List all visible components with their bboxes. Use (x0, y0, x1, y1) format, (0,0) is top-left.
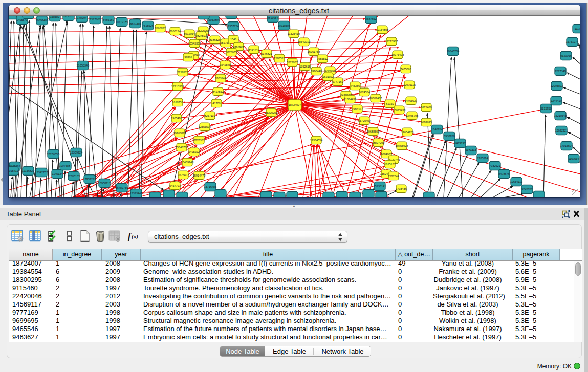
svg-text:12093822: 12093822 (551, 84, 563, 87)
svg-text:16961758: 16961758 (308, 50, 320, 53)
svg-text:10807487: 10807487 (369, 97, 382, 100)
svg-text:15914479: 15914479 (193, 174, 205, 177)
svg-text:12156829: 12156829 (22, 169, 34, 172)
svg-text:9777169: 9777169 (332, 80, 343, 83)
svg-text:17016504: 17016504 (560, 144, 573, 147)
svg-text:7625402: 7625402 (178, 173, 188, 177)
svg-text:8186328: 8186328 (209, 38, 220, 41)
svg-text:9245052: 9245052 (521, 188, 532, 191)
svg-text:16782759: 16782759 (116, 186, 128, 189)
svg-text:1145134: 1145134 (52, 172, 62, 176)
svg-text:6479197: 6479197 (454, 142, 465, 145)
svg-text:9699695: 9699695 (421, 121, 431, 124)
svg-text:10025438: 10025438 (393, 108, 405, 112)
svg-text:14463627: 14463627 (405, 99, 417, 102)
svg-text:7515526: 7515526 (142, 24, 153, 27)
svg-text:9227349: 9227349 (555, 70, 565, 73)
svg-text:9329966: 9329966 (560, 54, 571, 57)
svg-text:16671385: 16671385 (129, 22, 141, 25)
svg-text:15692921: 15692921 (555, 129, 568, 132)
svg-text:9457791: 9457791 (169, 184, 180, 187)
svg-text:5322037: 5322037 (287, 61, 297, 64)
svg-text:2803144: 2803144 (215, 77, 226, 80)
svg-text:21053346: 21053346 (77, 64, 89, 67)
svg-text:2687652: 2687652 (365, 17, 376, 20)
svg-text:8478676: 8478676 (498, 172, 509, 176)
svg-text:746266: 746266 (351, 84, 360, 87)
svg-text:9498222: 9498222 (188, 150, 199, 154)
svg-text:7485063: 7485063 (400, 68, 411, 71)
svg-text:8878332: 8878332 (193, 139, 204, 142)
svg-text:7932621: 7932621 (489, 164, 500, 167)
svg-text:19166825: 19166825 (173, 132, 186, 135)
svg-text:9474444: 9474444 (465, 149, 476, 152)
svg-text:98901: 98901 (184, 56, 192, 59)
svg-text:13716485: 13716485 (204, 185, 216, 188)
svg-text:1362615: 1362615 (299, 65, 310, 68)
svg-text:10975887: 10975887 (59, 164, 72, 167)
svg-text:20206555: 20206555 (47, 152, 59, 156)
svg-text:3875685: 3875685 (226, 51, 236, 54)
svg-text:10654112: 10654112 (510, 180, 522, 183)
svg-text:8912954: 8912954 (184, 32, 194, 35)
svg-text:10154808: 10154808 (376, 28, 388, 31)
svg-text:12213967: 12213967 (385, 40, 398, 43)
svg-text:9084067: 9084067 (381, 152, 391, 156)
svg-text:7357224: 7357224 (228, 25, 238, 28)
svg-text:8427552: 8427552 (212, 90, 223, 93)
svg-text:15136141: 15136141 (374, 185, 386, 188)
svg-text:19218506: 19218506 (278, 24, 290, 27)
svg-text:18807299: 18807299 (372, 141, 384, 144)
svg-text:3215958: 3215958 (540, 107, 551, 110)
svg-text:8267110: 8267110 (204, 114, 215, 117)
svg-text:62160: 62160 (386, 102, 394, 105)
svg-text:1527602: 1527602 (90, 18, 100, 21)
svg-text:10973493: 10973493 (391, 53, 404, 56)
svg-text:1621022: 1621022 (322, 75, 333, 78)
svg-text:7663822: 7663822 (155, 27, 165, 30)
svg-text:6466160: 6466160 (103, 18, 114, 21)
svg-text:1965498: 1965498 (171, 117, 182, 120)
svg-text:1610753: 1610753 (172, 101, 183, 104)
svg-text:1244419: 1244419 (551, 99, 561, 102)
svg-text:10648784: 10648784 (447, 50, 459, 53)
svg-text:13495798: 13495798 (406, 114, 418, 117)
svg-text:8454749: 8454749 (248, 48, 259, 51)
svg-text:(x): (x) (132, 233, 138, 240)
svg-text:9115400: 9115400 (421, 106, 431, 109)
svg-text:12323446: 12323446 (130, 192, 142, 195)
svg-text:140294: 140294 (77, 16, 86, 19)
svg-text:8813054: 8813054 (267, 16, 278, 19)
svg-text:16210643: 16210643 (554, 114, 567, 117)
svg-text:1405571: 1405571 (16, 18, 27, 21)
svg-text:9242848: 9242848 (220, 63, 230, 67)
svg-text:7986322: 7986322 (352, 107, 362, 111)
svg-text:17957223: 17957223 (83, 178, 96, 181)
svg-text:20691406: 20691406 (36, 19, 48, 22)
svg-text:10958117: 10958117 (98, 182, 111, 185)
svg-text:16543382: 16543382 (188, 42, 201, 45)
svg-text:1733436: 1733436 (396, 187, 406, 190)
svg-text:8990448: 8990448 (311, 70, 321, 73)
svg-text:12975115: 12975115 (403, 83, 416, 86)
svg-text:41700: 41700 (212, 102, 220, 105)
svg-text:2935114: 2935114 (477, 157, 488, 160)
svg-text:1546: 1546 (230, 38, 236, 41)
svg-text:2718176: 2718176 (177, 71, 188, 74)
svg-text:2867608: 2867608 (233, 45, 244, 48)
svg-text:11325419: 11325419 (288, 32, 300, 35)
svg-text:15409948: 15409948 (181, 161, 193, 164)
svg-text:25300203: 25300203 (265, 111, 277, 114)
svg-text:1588520: 1588520 (274, 57, 285, 60)
svg-text:3624554: 3624554 (359, 91, 369, 94)
svg-text:3915411: 3915411 (9, 169, 18, 172)
svg-text:8660124: 8660124 (169, 30, 180, 33)
svg-text:1640954: 1640954 (431, 128, 442, 131)
svg-text:10855257: 10855257 (62, 16, 75, 18)
svg-text:9827503: 9827503 (195, 34, 206, 37)
svg-text:12213369: 12213369 (171, 85, 184, 88)
svg-text:1167534: 1167534 (568, 157, 579, 160)
svg-text:18724007: 18724007 (289, 103, 301, 106)
svg-text:11172: 11172 (575, 27, 580, 30)
svg-text:8938928: 8938928 (444, 135, 454, 138)
